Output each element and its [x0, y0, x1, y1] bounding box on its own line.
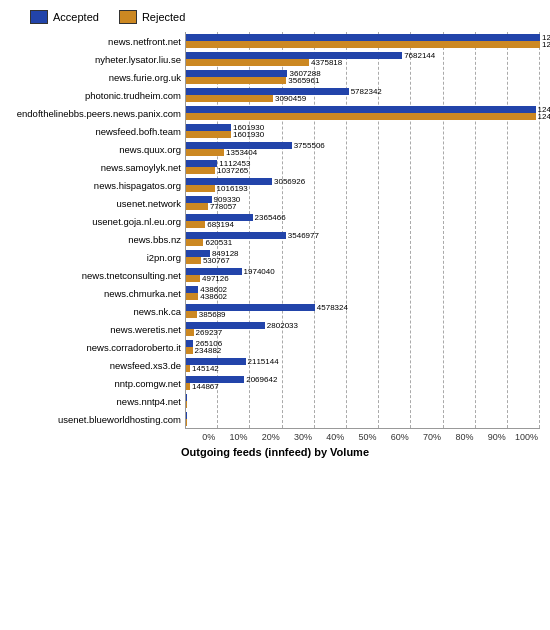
- bar-row: 849128530767: [186, 248, 540, 266]
- rejected-bar: 778057: [186, 203, 208, 210]
- x-tick: 30%: [282, 432, 314, 442]
- y-label: usenet.network: [10, 194, 185, 212]
- rejected-bar-label: 1037265: [217, 166, 248, 175]
- rejected-bar: 145142: [186, 365, 190, 372]
- y-label: nyheter.lysator.liu.se: [10, 50, 185, 68]
- accepted-bar: 3546977: [186, 232, 286, 239]
- rejected-bar: 438602: [186, 293, 198, 300]
- x-tick: 70%: [411, 432, 443, 442]
- accepted-bar-label: 7682144: [404, 51, 435, 60]
- rejected-bar: 269237: [186, 329, 194, 336]
- legend-accepted: Accepted: [30, 10, 99, 24]
- accepted-bar: 12582688: [186, 34, 540, 41]
- rejected-bar: 683194: [186, 221, 205, 228]
- y-label: news.hispagatos.org: [10, 176, 185, 194]
- rejected-bar-label: 1353404: [226, 148, 257, 157]
- legend-rejected-box: [119, 10, 137, 24]
- accepted-bar: [186, 394, 187, 401]
- bar-row: [186, 392, 540, 410]
- rejected-bar-label: 778057: [210, 202, 237, 211]
- rejected-bar-label: 145142: [192, 364, 219, 373]
- x-tick: 50%: [346, 432, 378, 442]
- rejected-bar-label: 3090459: [275, 94, 306, 103]
- bar-row: 1974040497126: [186, 266, 540, 284]
- bar-row: 4578324385689: [186, 302, 540, 320]
- x-tick: 80%: [443, 432, 475, 442]
- legend-accepted-box: [30, 10, 48, 24]
- bar-row: 2115144145142: [186, 356, 540, 374]
- accepted-bar-label: 2115144: [248, 357, 279, 366]
- bar-row: 16019301601930: [186, 122, 540, 140]
- rejected-bar-label: 620531: [205, 238, 232, 247]
- accepted-bar-label: 1974040: [244, 267, 275, 276]
- accepted-bar: 909330: [186, 196, 212, 203]
- accepted-bar-label: 3755506: [294, 141, 325, 150]
- bars-area: 1258268812582688768214443758183607288356…: [185, 32, 540, 429]
- chart-title: Outgoing feeds (innfeed) by Volume: [10, 446, 540, 458]
- bar-row: 57823423090459: [186, 86, 540, 104]
- y-label: news.nk.ca: [10, 302, 185, 320]
- y-label: news.tnetconsulting.net: [10, 266, 185, 284]
- bar-row: 2802033269237: [186, 320, 540, 338]
- rejected-bar-label: 269237: [196, 328, 223, 337]
- y-label: news.quux.org: [10, 140, 185, 158]
- rejected-bar-label: 4375818: [311, 58, 342, 67]
- accepted-bar-label: 4578324: [317, 303, 348, 312]
- accepted-bar: 7682144: [186, 52, 402, 59]
- bar-row: 2365466683194: [186, 212, 540, 230]
- accepted-bar: 3607288: [186, 70, 287, 77]
- y-label: endofthelinebbs.peers.news.panix.com: [10, 104, 185, 122]
- rejected-bar-label: 144867: [192, 382, 219, 391]
- rejected-bar-label: 3565961: [288, 76, 319, 85]
- y-label: usenet.blueworldhosting.com: [10, 411, 185, 429]
- x-tick: 0%: [185, 432, 217, 442]
- accepted-bar: 265106: [186, 340, 193, 347]
- accepted-bar-label: 2802033: [267, 321, 298, 330]
- chart-container: Accepted Rejected news.netfront.netnyhet…: [0, 0, 550, 630]
- y-label: news.netfront.net: [10, 32, 185, 50]
- y-label: newsfeed.bofh.team: [10, 122, 185, 140]
- bar-rows: 1258268812582688768214443758183607288356…: [186, 32, 540, 428]
- accepted-bar-label: 2069642: [246, 375, 277, 384]
- legend-rejected: Rejected: [119, 10, 185, 24]
- y-label: news.nntp4.net: [10, 393, 185, 411]
- x-tick: 10%: [217, 432, 249, 442]
- rejected-bar: 1037265: [186, 167, 215, 174]
- rejected-bar-label: 1016193: [217, 184, 248, 193]
- bar-row: 37555061353404: [186, 140, 540, 158]
- bar-row: [186, 410, 540, 428]
- x-tick: 40%: [314, 432, 346, 442]
- rejected-bar-label: 1601930: [233, 130, 264, 139]
- rejected-bar: 1016193: [186, 185, 215, 192]
- legend: Accepted Rejected: [30, 10, 540, 24]
- x-axis-labels: 0%10%20%30%40%50%60%70%80%90%100%: [185, 432, 540, 442]
- y-label: nntp.comgw.net: [10, 375, 185, 393]
- bar-row: 36072883565961: [186, 68, 540, 86]
- y-label: news.furie.org.uk: [10, 68, 185, 86]
- x-tick: 100%: [508, 432, 540, 442]
- accepted-bar: 5782342: [186, 88, 349, 95]
- accepted-bar: [186, 412, 187, 419]
- x-tick: 60%: [379, 432, 411, 442]
- x-tick: 90%: [475, 432, 507, 442]
- rejected-bar-label: 385689: [199, 310, 226, 319]
- bar-row: 30569261016193: [186, 176, 540, 194]
- accepted-bar: 12423598: [186, 106, 536, 113]
- bar-row: 11124531037265: [186, 158, 540, 176]
- x-tick: 20%: [250, 432, 282, 442]
- rejected-bar: 4375818: [186, 59, 309, 66]
- legend-rejected-label: Rejected: [142, 11, 185, 23]
- rejected-bar-label: 438602: [200, 292, 227, 301]
- y-label: news.weretis.net: [10, 321, 185, 339]
- bar-row: 1242359812423598: [186, 104, 540, 122]
- accepted-bar: 1112453: [186, 160, 217, 167]
- bar-row: 909330778057: [186, 194, 540, 212]
- rejected-bar: 234882: [186, 347, 193, 354]
- accepted-bar-label: 5782342: [351, 87, 382, 96]
- bar-row: 265106234882: [186, 338, 540, 356]
- rejected-bar: [186, 419, 187, 426]
- y-label: photonic.trudheim.com: [10, 86, 185, 104]
- accepted-bar: 438602: [186, 286, 198, 293]
- accepted-bar-label: 3546977: [288, 231, 319, 240]
- bar-row: 438602438602: [186, 284, 540, 302]
